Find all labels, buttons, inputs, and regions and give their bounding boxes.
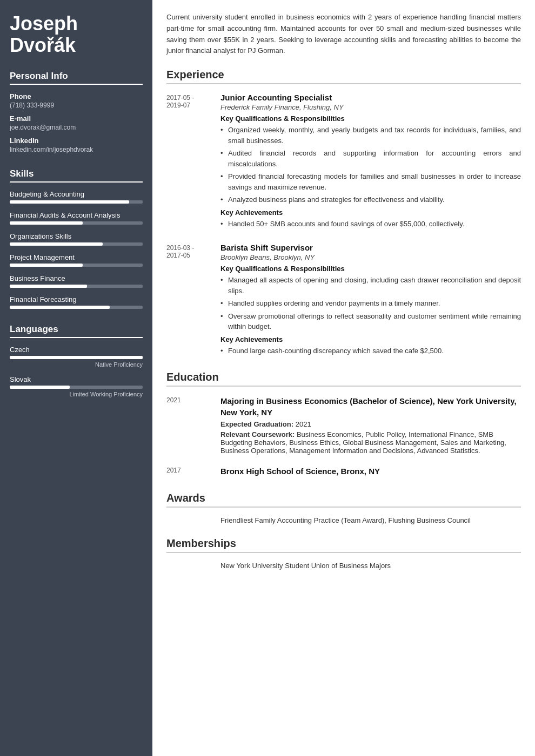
languages-list: CzechNative ProficiencySlovakLimited Wor… xyxy=(10,346,143,397)
skill-bar-container xyxy=(10,306,143,309)
memberships-value: New York University Student Union of Bus… xyxy=(166,562,521,570)
awards-value: Friendliest Family Accounting Practice (… xyxy=(166,516,521,524)
language-item: CzechNative Proficiency xyxy=(10,346,143,368)
edu-title: Majoring in Business Economics (Bachelor… xyxy=(220,395,521,418)
experience-title: Experience xyxy=(166,69,521,84)
exp-title: Barista Shift Supervisor xyxy=(220,243,521,252)
edu-expected-graduation: Expected Graduation: 2021 xyxy=(220,420,521,428)
skill-name: Financial Audits & Account Analysis xyxy=(10,211,143,219)
skill-name: Organizations Skills xyxy=(10,232,143,240)
skill-bar-container xyxy=(10,200,143,204)
exp-achievements-label: Key Achievements xyxy=(220,208,521,217)
education-section: Education 2021Majoring in Business Econo… xyxy=(166,371,521,479)
linkedin-value: linkedin.com/in/josephdvorak xyxy=(10,146,143,153)
exp-qualification-item: Oversaw promotional offerings to reflect… xyxy=(220,311,521,332)
skill-bar-fill xyxy=(10,306,110,309)
education-entry: 2017Bronx High School of Science, Bronx,… xyxy=(166,465,521,479)
exp-achievement-item: Found large cash-counting discrepancy wh… xyxy=(220,346,521,356)
skill-name: Project Management xyxy=(10,253,143,261)
exp-achievement-item: Handled 50+ SMB accounts and found savin… xyxy=(220,219,521,230)
awards-section: Awards Friendliest Family Accounting Pra… xyxy=(166,492,521,524)
language-bar-container xyxy=(10,356,143,359)
language-bar-fill xyxy=(10,356,143,359)
exp-achievements-list: Found large cash-counting discrepancy wh… xyxy=(220,346,521,356)
sidebar: Joseph Dvořák Personal Info Phone (718) … xyxy=(0,0,152,756)
language-bar-fill xyxy=(10,386,70,389)
edu-year: 2021 xyxy=(166,395,220,457)
linkedin-label: LinkedIn xyxy=(10,137,143,145)
education-title: Education xyxy=(166,371,521,387)
skill-name: Financial Forecasting xyxy=(10,295,143,303)
skill-bar-fill xyxy=(10,221,83,225)
skill-bar-container xyxy=(10,285,143,288)
skill-item: Organizations Skills xyxy=(10,232,143,246)
skill-bar-fill xyxy=(10,285,87,288)
language-bar-container xyxy=(10,386,143,389)
edu-year: 2017 xyxy=(166,465,220,479)
edu-title: Bronx High School of Science, Bronx, NY xyxy=(220,465,521,477)
skill-item: Financial Forecasting xyxy=(10,295,143,309)
skills-title: Skills xyxy=(10,168,143,183)
skills-section: Skills Budgeting & AccountingFinancial A… xyxy=(10,168,143,309)
language-name: Czech xyxy=(10,346,143,354)
skill-bar-container xyxy=(10,221,143,225)
exp-achievements-list: Handled 50+ SMB accounts and found savin… xyxy=(220,219,521,230)
email-label: E-mail xyxy=(10,114,143,123)
skill-item: Financial Audits & Account Analysis xyxy=(10,211,143,225)
skill-item: Project Management xyxy=(10,253,143,267)
exp-qualification-item: Analyzed business plans and strategies f… xyxy=(220,194,521,205)
language-proficiency: Native Proficiency xyxy=(10,361,143,368)
phone-label: Phone xyxy=(10,92,143,100)
awards-title: Awards xyxy=(166,492,521,508)
education-entry: 2021Majoring in Business Economics (Bach… xyxy=(166,395,521,457)
language-proficiency: Limited Working Proficiency xyxy=(10,391,143,397)
exp-qualifications-label: Key Qualifications & Responsibilities xyxy=(220,265,521,273)
experience-list: 2017-05 -2019-07Junior Accounting Specia… xyxy=(166,93,521,358)
exp-title: Junior Accounting Specialist xyxy=(220,93,521,102)
exp-dates: 2017-05 -2019-07 xyxy=(166,93,220,231)
personal-info-section: Personal Info Phone (718) 333-9999 E-mai… xyxy=(10,71,143,153)
exp-qualification-item: Handled supplies ordering and vendor pay… xyxy=(220,298,521,309)
edu-coursework: Relevant Coursework: Business Economics,… xyxy=(220,430,521,455)
exp-qualification-item: Managed all aspects of opening and closi… xyxy=(220,275,521,296)
languages-title: Languages xyxy=(10,324,143,338)
exp-achievements-label: Key Achievements xyxy=(220,335,521,343)
exp-qualification-item: Audited financial records and supporting… xyxy=(220,148,521,169)
language-name: Slovak xyxy=(10,375,143,383)
edu-content: Majoring in Business Economics (Bachelor… xyxy=(220,395,521,457)
exp-dates: 2016-03 -2017-05 xyxy=(166,243,220,358)
skill-bar-fill xyxy=(10,264,83,267)
skill-bar-container xyxy=(10,264,143,267)
languages-section: Languages CzechNative ProficiencySlovakL… xyxy=(10,324,143,397)
skill-item: Budgeting & Accounting xyxy=(10,190,143,204)
skill-name: Business Finance xyxy=(10,274,143,282)
exp-content: Barista Shift SupervisorBrooklyn Beans, … xyxy=(220,243,521,358)
memberships-title: Memberships xyxy=(166,537,521,553)
skill-name: Budgeting & Accounting xyxy=(10,190,143,198)
exp-company: Frederick Family Finance, Flushing, NY xyxy=(220,103,521,111)
education-list: 2021Majoring in Business Economics (Bach… xyxy=(166,395,521,479)
exp-qualifications-list: Managed all aspects of opening and closi… xyxy=(220,275,521,332)
main-content: Current university student enrolled in b… xyxy=(152,0,535,756)
skills-list: Budgeting & AccountingFinancial Audits &… xyxy=(10,190,143,309)
personal-info-title: Personal Info xyxy=(10,71,143,85)
skill-bar-fill xyxy=(10,242,103,246)
skill-bar-fill xyxy=(10,200,129,204)
skill-bar-container xyxy=(10,242,143,246)
experience-entry: 2017-05 -2019-07Junior Accounting Specia… xyxy=(166,93,521,231)
exp-company: Brooklyn Beans, Brooklyn, NY xyxy=(220,253,521,261)
summary-text: Current university student enrolled in b… xyxy=(166,12,521,57)
skill-item: Business Finance xyxy=(10,274,143,288)
experience-entry: 2016-03 -2017-05Barista Shift Supervisor… xyxy=(166,243,521,358)
exp-content: Junior Accounting SpecialistFrederick Fa… xyxy=(220,93,521,231)
exp-qualifications-label: Key Qualifications & Responsibilities xyxy=(220,114,521,123)
email-value: joe.dvorak@gmail.com xyxy=(10,124,143,131)
exp-qualifications-list: Organized weekly, monthly, and yearly bu… xyxy=(220,125,521,205)
phone-value: (718) 333-9999 xyxy=(10,102,143,109)
exp-qualification-item: Provided financial forecasting models fo… xyxy=(220,171,521,192)
experience-section: Experience 2017-05 -2019-07Junior Accoun… xyxy=(166,69,521,358)
candidate-name: Joseph Dvořák xyxy=(10,13,143,56)
language-item: SlovakLimited Working Proficiency xyxy=(10,375,143,397)
edu-content: Bronx High School of Science, Bronx, NY xyxy=(220,465,521,479)
memberships-section: Memberships New York University Student … xyxy=(166,537,521,570)
